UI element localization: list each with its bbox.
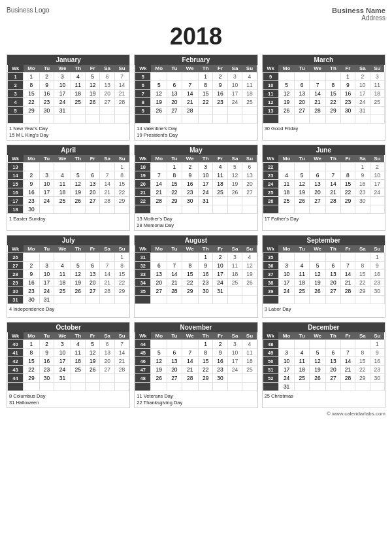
month-table: WkMoTuWeThFrSaSu112345672891011121314315… <box>7 65 129 124</box>
day-cell: 3 <box>227 340 242 349</box>
day-cell: 1 <box>167 163 182 171</box>
day-header: Mo <box>24 155 40 163</box>
day-header: Th <box>326 65 340 73</box>
day-cell <box>278 296 295 304</box>
day-cell: 6 <box>242 163 257 171</box>
day-header: Fr <box>340 245 355 253</box>
day-cell: 4 <box>242 253 257 262</box>
day-cell <box>86 374 100 383</box>
week-number: 32 <box>135 262 151 270</box>
day-header: Sa <box>227 332 242 340</box>
week-number: 2 <box>8 81 24 90</box>
week-number: 38 <box>263 279 278 287</box>
day-header: Wk <box>8 65 24 73</box>
day-cell <box>151 115 167 124</box>
day-cell <box>326 253 340 262</box>
day-header: Wk <box>263 245 278 253</box>
day-header: Su <box>114 332 129 340</box>
holiday-item: 1 New Year's Day <box>9 126 127 131</box>
day-cell: 7 <box>182 349 198 357</box>
day-cell: 21 <box>167 279 182 287</box>
day-cell: 11 <box>213 171 227 180</box>
day-cell <box>114 115 129 124</box>
day-cell: 30 <box>213 374 227 383</box>
day-cell <box>340 163 355 171</box>
day-cell: 2 <box>39 340 54 349</box>
day-cell <box>295 296 309 304</box>
day-cell: 26 <box>86 366 100 374</box>
day-cell: 30 <box>370 287 384 296</box>
day-cell: 12 <box>86 349 100 357</box>
holiday-item: 14 Valentine's Day <box>137 126 255 131</box>
week-number: 50 <box>263 357 278 366</box>
day-cell: 4 <box>71 340 85 349</box>
holiday-item: 17 Father's Day <box>265 216 383 222</box>
day-cell: 8 <box>355 349 370 357</box>
day-header: Sa <box>355 155 370 163</box>
day-cell <box>309 383 325 391</box>
day-cell: 9 <box>39 349 54 357</box>
day-cell <box>340 115 355 124</box>
day-cell: 11 <box>54 270 71 279</box>
day-cell: 7 <box>340 349 355 357</box>
day-cell <box>100 253 114 262</box>
day-cell: 3 <box>278 262 295 270</box>
day-cell <box>86 107 100 115</box>
day-cell <box>39 115 54 124</box>
day-cell: 27 <box>242 188 257 197</box>
day-cell: 10 <box>39 270 54 279</box>
day-cell: 28 <box>167 287 182 296</box>
day-cell: 30 <box>182 197 198 205</box>
day-cell: 15 <box>340 180 355 188</box>
holidays-list: 4 Independence Day <box>7 304 129 317</box>
day-cell <box>213 205 227 214</box>
day-header: Sa <box>227 245 242 253</box>
day-cell: 24 <box>213 279 227 287</box>
day-cell: 19 <box>309 279 325 287</box>
day-cell: 13 <box>242 171 257 180</box>
day-cell: 25 <box>54 197 71 205</box>
day-cell: 31 <box>355 107 370 115</box>
day-cell <box>167 340 182 349</box>
day-cell <box>24 115 40 124</box>
month-title: October <box>7 322 129 332</box>
day-cell: 23 <box>198 279 212 287</box>
day-cell <box>39 163 54 171</box>
month-table: WkMoTuWeThFrSaSu401234567418910111213144… <box>7 332 129 391</box>
day-cell: 2 <box>39 73 54 81</box>
day-cell <box>340 383 355 391</box>
day-cell: 18 <box>54 188 71 197</box>
day-header: Tu <box>295 332 309 340</box>
day-cell: 10 <box>278 357 295 366</box>
day-cell <box>227 287 242 296</box>
day-cell: 3 <box>278 349 295 357</box>
day-header: We <box>54 65 71 73</box>
day-cell: 8 <box>326 81 340 90</box>
day-cell: 25 <box>213 188 227 197</box>
week-number: 47 <box>135 366 151 374</box>
day-cell: 20 <box>309 188 325 197</box>
day-header: We <box>182 155 198 163</box>
day-cell: 22 <box>355 366 370 374</box>
holiday-item: 8 Columbus Day <box>9 393 127 399</box>
day-cell: 12 <box>278 90 295 98</box>
day-cell <box>151 253 167 262</box>
day-cell: 24 <box>278 374 295 383</box>
week-number: 21 <box>135 188 151 197</box>
day-header: Tu <box>167 245 182 253</box>
day-cell <box>100 163 114 171</box>
day-cell: 21 <box>114 357 129 366</box>
holiday-item: 28 Memorial Day <box>137 222 255 228</box>
day-cell: 28 <box>182 107 198 115</box>
day-header: Fr <box>213 245 227 253</box>
day-cell: 26 <box>309 374 325 383</box>
week-number: 35 <box>135 287 151 296</box>
day-cell: 11 <box>295 357 309 366</box>
day-cell: 15 <box>326 90 340 98</box>
day-cell: 6 <box>167 81 182 90</box>
day-cell: 4 <box>278 171 295 180</box>
holiday-item: 15 M L King's Day <box>9 132 127 138</box>
day-cell: 10 <box>213 262 227 270</box>
day-cell: 26 <box>86 98 100 107</box>
week-number <box>135 296 151 304</box>
